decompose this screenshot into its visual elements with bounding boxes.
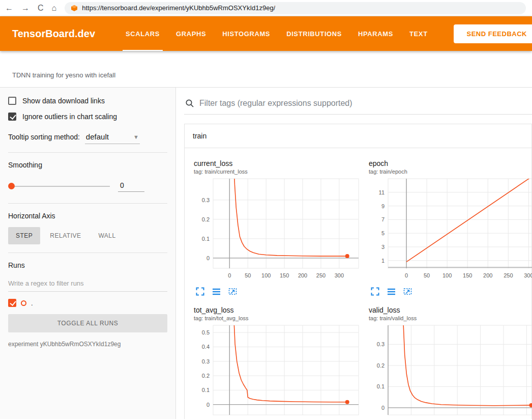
- ignore-outliers-row[interactable]: Ignore outliers in chart scaling: [8, 113, 167, 121]
- svg-text:7: 7: [381, 216, 385, 222]
- back-icon[interactable]: ←: [5, 4, 13, 12]
- axis-button-step[interactable]: STEP: [8, 227, 40, 244]
- svg-text:9: 9: [381, 203, 385, 209]
- chart-card-current_loss: current_losstag: train/current_loss00.10…: [191, 153, 363, 297]
- experiment-title-bar: TDNN training for yesno with icefall: [0, 51, 532, 88]
- chart-tag: tag: train/current_loss: [194, 169, 363, 175]
- chart-plot[interactable]: 00.10.20.3050100150200250300: [191, 177, 361, 282]
- settings-sidebar: Show data download links Ignore outliers…: [0, 88, 176, 419]
- data-lines-icon[interactable]: [387, 287, 396, 296]
- reload-icon[interactable]: C: [38, 4, 44, 12]
- smoothing-slider-row: 0: [9, 180, 167, 192]
- svg-text:0.1: 0.1: [202, 387, 210, 393]
- svg-text:0: 0: [405, 272, 408, 278]
- address-bar[interactable]: https://tensorboard.dev/experiment/yKUbh…: [65, 2, 526, 14]
- tooltip-sorting-value: default: [86, 132, 109, 141]
- chart-plot[interactable]: 00.10.20.30.40.5050100150200250300: [191, 323, 361, 419]
- runs-label: Runs: [8, 261, 167, 269]
- smoothing-section: Smoothing 0: [8, 161, 167, 204]
- tab-hparams[interactable]: HPARAMS: [350, 16, 401, 51]
- run-color-swatch: [21, 300, 26, 306]
- run-row[interactable]: .: [8, 299, 167, 307]
- ignore-outliers-label: Ignore outliers in chart scaling: [22, 113, 117, 121]
- show-download-checkbox[interactable]: [8, 97, 16, 105]
- toggle-all-runs-button[interactable]: TOGGLE ALL RUNS: [8, 314, 167, 332]
- url-text: https://tensorboard.dev/experiment/yKUbh…: [82, 4, 275, 12]
- chart-tag: tag: train/epoch: [369, 169, 532, 175]
- svg-text:0.5: 0.5: [202, 329, 210, 335]
- svg-text:50: 50: [245, 272, 251, 278]
- tooltip-sorting-row: Tooltip sorting method: default ▼: [8, 131, 167, 144]
- chart-tag: tag: train/tot_avg_loss: [194, 315, 363, 321]
- content: Show data download links Ignore outliers…: [0, 88, 532, 419]
- svg-text:0: 0: [206, 402, 210, 408]
- expand-icon[interactable]: [196, 287, 204, 296]
- smoothing-value[interactable]: 0: [118, 180, 144, 192]
- smoothing-slider-thumb[interactable]: [8, 183, 15, 189]
- svg-text:0.3: 0.3: [377, 341, 385, 347]
- svg-text:0.2: 0.2: [377, 362, 385, 369]
- svg-text:3: 3: [381, 244, 385, 250]
- search-icon: [185, 99, 194, 108]
- send-feedback-button[interactable]: SEND FEEDBACK: [454, 24, 532, 43]
- app-header: TensorBoard.dev SCALARSGRAPHSHISTOGRAMSD…: [0, 16, 532, 51]
- tag-filter-input[interactable]: [199, 99, 532, 108]
- svg-text:300: 300: [335, 272, 344, 278]
- svg-text:0.2: 0.2: [202, 216, 210, 222]
- svg-text:0.3: 0.3: [202, 197, 210, 203]
- general-settings-section: Show data download links Ignore outliers…: [8, 97, 167, 153]
- svg-text:5: 5: [381, 230, 385, 236]
- svg-text:100: 100: [442, 272, 452, 278]
- tooltip-sorting-label: Tooltip sorting method:: [8, 133, 80, 141]
- run-checkbox[interactable]: [8, 299, 16, 307]
- fit-domain-icon[interactable]: [403, 287, 412, 296]
- smoothing-label: Smoothing: [8, 161, 167, 169]
- svg-text:0.1: 0.1: [377, 383, 385, 389]
- svg-text:0: 0: [206, 255, 210, 261]
- show-download-row[interactable]: Show data download links: [8, 97, 167, 105]
- axis-button-relative[interactable]: RELATIVE: [42, 227, 88, 244]
- chart-title: valid_loss: [369, 306, 532, 314]
- runs-filter-input[interactable]: [8, 276, 167, 292]
- tab-graphs[interactable]: GRAPHS: [168, 16, 214, 51]
- svg-text:250: 250: [316, 272, 326, 278]
- tab-scalars[interactable]: SCALARS: [117, 16, 168, 51]
- runs-section: Runs . TOGGLE ALL RUNS experiment yKUbhb…: [8, 261, 167, 356]
- app-window: ← → C ⌂ https://tensorboard.dev/experime…: [0, 0, 532, 420]
- svg-text:100: 100: [261, 272, 271, 278]
- tag-filter-row: [184, 95, 532, 115]
- tab-text[interactable]: TEXT: [401, 16, 436, 51]
- run-name: .: [31, 299, 33, 307]
- tag-group-header[interactable]: train: [185, 124, 531, 148]
- svg-text:11: 11: [379, 189, 385, 195]
- svg-text:250: 250: [504, 272, 513, 278]
- tab-histograms[interactable]: HISTOGRAMS: [214, 16, 278, 51]
- forward-icon[interactable]: →: [21, 4, 29, 12]
- smoothing-slider[interactable]: [9, 186, 110, 187]
- experiment-note: experiment yKUbhb5wRmOSXYkId1z9eg: [8, 341, 167, 348]
- tab-distributions[interactable]: DISTRIBUTIONS: [278, 16, 350, 51]
- chart-card-epoch: epochtag: train/epoch1357911050100150200…: [366, 153, 532, 297]
- fit-domain-icon[interactable]: [228, 287, 237, 296]
- nav-tabs: SCALARSGRAPHSHISTOGRAMSDISTRIBUTIONSHPAR…: [117, 16, 454, 51]
- svg-text:50: 50: [424, 272, 430, 278]
- horizontal-axis-label: Horizontal Axis: [8, 212, 167, 220]
- axis-button-wall[interactable]: WALL: [91, 227, 123, 244]
- svg-text:0.2: 0.2: [202, 373, 210, 379]
- svg-text:0.3: 0.3: [202, 358, 210, 365]
- ignore-outliers-checkbox[interactable]: [8, 113, 16, 121]
- tooltip-sorting-select[interactable]: default ▼: [85, 131, 140, 144]
- browser-toolbar: ← → C ⌂ https://tensorboard.dev/experime…: [0, 0, 532, 16]
- chart-card-valid_loss: valid_losstag: train/valid_loss00.10.20.…: [366, 300, 532, 419]
- experiment-title: TDNN training for yesno with icefall: [12, 71, 520, 79]
- svg-text:0.1: 0.1: [202, 236, 210, 242]
- svg-text:150: 150: [463, 272, 472, 278]
- horizontal-axis-buttons: STEPRELATIVEWALL: [8, 227, 167, 244]
- data-lines-icon[interactable]: [212, 287, 221, 296]
- chart-toolbar: [366, 284, 532, 297]
- chart-title: tot_avg_loss: [194, 306, 363, 314]
- expand-icon[interactable]: [371, 287, 379, 296]
- chart-plot[interactable]: 1357911050100150200250300: [366, 177, 532, 282]
- chart-plot[interactable]: 00.10.20.350100150200250300: [366, 323, 532, 419]
- home-icon[interactable]: ⌂: [52, 4, 57, 12]
